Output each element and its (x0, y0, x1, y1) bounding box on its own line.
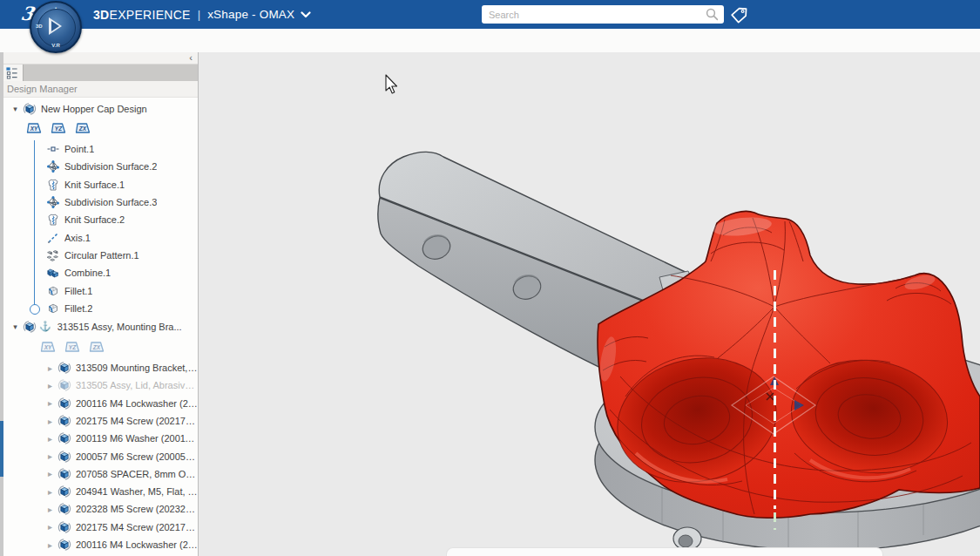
expander-closed-icon[interactable]: ▸ (44, 505, 57, 514)
tree-item-fillet-1[interactable]: Fillet.1 (0, 281, 198, 299)
bottom-toolbar-peek[interactable] (446, 547, 883, 556)
tree-item-label: Knit Surface.2 (64, 214, 125, 225)
expander-closed-icon[interactable]: ▸ (44, 451, 57, 461)
insert-marker-icon[interactable] (30, 304, 40, 315)
tree-plane-icons[interactable]: XYYZZX (0, 336, 198, 359)
svg-text:ZX: ZX (92, 344, 101, 350)
subdivision-surface-icon (45, 195, 60, 209)
expander-closed-icon[interactable]: ▸ (44, 417, 57, 426)
tree-item-label: 313509 Mounting Bracket, ... (76, 363, 198, 373)
plane-icon-zx[interactable]: ZX (89, 341, 105, 355)
app-name[interactable]: xShape - OMAX (207, 8, 294, 21)
tree-item-label: 202175 M4 Screw (202175 ... (76, 416, 198, 426)
tree-item-label: Knit Surface.1 (64, 180, 125, 190)
tree-item-label: Fillet.1 (64, 286, 92, 296)
product-icon (57, 378, 71, 392)
tree-item-200057-m6-screw-200057[interactable]: ▸200057 M6 Screw (200057 ... (0, 447, 198, 464)
brand-3d: 3D (93, 8, 110, 22)
tree-item-207058-spacer-8mm-od[interactable]: ▸207058 SPACER, 8mm OD... (0, 465, 198, 483)
tree-item-label: Subdivision Surface.3 (64, 197, 157, 207)
product-icon (57, 520, 71, 534)
knit-surface-icon (45, 178, 60, 192)
plane-icon-yz[interactable]: YZ (64, 341, 80, 355)
fillet-icon (45, 284, 60, 298)
tree-item-202175-m4-screw-202175[interactable]: ▸202175 M4 Screw (202175 ... (0, 519, 198, 536)
plane-icon-xy[interactable]: XY (40, 341, 56, 355)
title-divider: | (198, 8, 200, 21)
circular-pattern-icon (45, 248, 60, 262)
tree-scrollbar-thumb[interactable] (0, 421, 3, 477)
tree-item-200116-m4-lockwasher-20[interactable]: ▸200116 M4 Lockwasher (20... (0, 395, 198, 412)
collapse-panel-icon[interactable]: ‹ (189, 52, 193, 64)
tab-design-tree[interactable] (0, 64, 24, 81)
tree-item-label: 202175 M4 Screw (202175 ... (76, 522, 198, 532)
tree-item-label: Fillet.2 (64, 303, 92, 314)
plane-icon-yz[interactable]: YZ (51, 122, 66, 136)
tree-scrollbar[interactable] (0, 52, 3, 556)
design-tree: ▾New Hopper Cap DesignXYYZZXPoint.1Subdi… (0, 98, 198, 556)
tree-item-axis-1[interactable]: Axis.1 (0, 228, 198, 246)
product-icon (22, 320, 37, 334)
search-bar[interactable] (482, 5, 724, 24)
svg-text:YZ: YZ (55, 125, 63, 132)
expander-closed-icon[interactable]: ▸ (44, 540, 57, 550)
search-input[interactable] (482, 10, 706, 20)
expander-closed-icon[interactable]: ▸ (44, 398, 57, 408)
3d-viewport[interactable] (199, 52, 980, 556)
tree-item-label: 313505 Assy, Lid, Abrasive ... (76, 380, 198, 390)
expander-closed-icon[interactable]: ▸ (44, 381, 57, 390)
plane-icon-zx[interactable]: ZX (75, 122, 91, 136)
expander-closed-icon[interactable]: ▸ (44, 363, 57, 373)
product-icon (57, 397, 71, 410)
tree-item-313505-assy-lid-abrasive[interactable]: ▸313505 Assy, Lid, Abrasive ... (0, 376, 198, 394)
tree-view-icon (5, 66, 18, 79)
knit-surface-icon (45, 213, 60, 227)
3dexperience-compass-icon[interactable]: • 3D V.R (30, 1, 82, 53)
product-icon (57, 361, 71, 375)
plane-icon-xy[interactable]: XY (26, 122, 42, 136)
subdivision-surface-icon (45, 159, 60, 173)
tree-item-label: Point.1 (64, 144, 94, 154)
tree-item-combine-1[interactable]: Combine.1 (0, 264, 198, 281)
3d-scene (199, 52, 980, 556)
tree-item-point-1[interactable]: Point.1 (0, 140, 198, 158)
tree-plane-icons[interactable]: XYYZZX (0, 118, 198, 140)
expander-closed-icon[interactable]: ▸ (44, 522, 57, 532)
app-chevron-down-icon[interactable] (301, 11, 311, 18)
mouse-cursor (386, 75, 397, 93)
tree-item-label: 200119 M6 Washer (20011... (76, 433, 198, 444)
tree-item-313515-assy-mounting-bra[interactable]: ▾⚓313515 Assy, Mounting Bra... (0, 317, 198, 336)
expander-open-icon[interactable]: ▾ (9, 322, 22, 331)
tree-item-label: 200116 M4 Lockwasher (20... (76, 398, 198, 409)
tree-item-202175-m4-screw-202175[interactable]: ▸202175 M4 Screw (202175 ... (0, 412, 198, 430)
tree-item-204941-washer-m5-flat-s[interactable]: ▸204941 Washer, M5, Flat, S... (0, 483, 198, 500)
tree-item-label: Combine.1 (64, 268, 111, 278)
tag-icon[interactable] (730, 6, 748, 24)
tree-item-label: 204941 Washer, M5, Flat, S... (76, 486, 198, 497)
svg-text:XY: XY (44, 344, 52, 350)
tree-item-313509-mounting-bracket[interactable]: ▸313509 Mounting Bracket, ... (0, 359, 198, 376)
tree-item-knit-surface-1[interactable]: Knit Surface.1 (0, 176, 198, 193)
product-icon (57, 450, 71, 464)
feature-guide-line (34, 140, 35, 306)
tree-item-knit-surface-2[interactable]: Knit Surface.2 (0, 211, 198, 228)
search-icon[interactable] (706, 8, 719, 21)
fillet-icon (45, 302, 60, 315)
tree-item-label: 202328 M5 Screw (202328 ... (76, 504, 198, 514)
combine-icon (45, 266, 60, 280)
tree-item-subdivision-surface-3[interactable]: Subdivision Surface.3 (0, 193, 198, 211)
tree-item-label: New Hopper Cap Design (41, 104, 147, 114)
tree-item-circular-pattern-1[interactable]: Circular Pattern.1 (0, 247, 198, 264)
expander-closed-icon[interactable]: ▸ (44, 487, 57, 497)
expander-closed-icon[interactable]: ▸ (44, 469, 57, 478)
tree-item-label: Axis.1 (64, 233, 91, 243)
tree-item-subdivision-surface-2[interactable]: Subdivision Surface.2 (0, 158, 198, 175)
svg-text:ZX: ZX (78, 125, 87, 132)
expander-open-icon[interactable]: ▾ (9, 105, 22, 113)
expander-closed-icon[interactable]: ▸ (44, 434, 57, 444)
tree-item-202328-m5-screw-202328[interactable]: ▸202328 M5 Screw (202328 ... (0, 500, 198, 518)
tree-item-200119-m6-washer-20011[interactable]: ▸200119 M6 Washer (20011... (0, 430, 198, 447)
svg-text:YZ: YZ (69, 344, 77, 350)
tree-item-new-hopper-cap-design[interactable]: ▾New Hopper Cap Design (0, 99, 198, 118)
tree-item-200116-m4-lockwasher-20[interactable]: ▸200116 M4 Lockwasher (20... (0, 536, 198, 553)
